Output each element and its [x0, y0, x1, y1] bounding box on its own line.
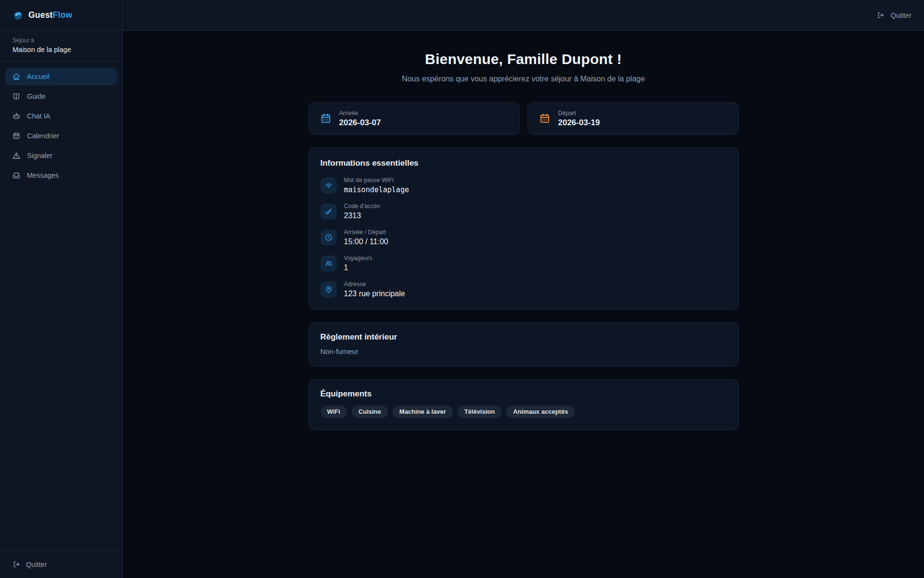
sidebar-item-label: Accueil [27, 73, 50, 80]
info-item-guests: Voyageurs 1 [321, 254, 727, 273]
quit-label: Quitter [26, 561, 47, 568]
arrival-card: Arrivée 2026-03-07 [308, 102, 520, 135]
quit-label: Quitter [890, 12, 911, 19]
topbar: Quitter [123, 0, 924, 31]
departure-card: Départ 2026-03-19 [527, 102, 739, 135]
departure-date: 2026-03-19 [558, 118, 600, 128]
wifi-password-value: maisondelaplage [344, 185, 409, 195]
amenity-chip: Machine à laver [393, 406, 453, 418]
clock-icon [324, 233, 333, 242]
sidebar-item-calendrier[interactable]: Calendrier [5, 127, 117, 144]
sidebar: GuestFlow Séjour à Maison de la plage Ac… [0, 0, 123, 578]
calendar-icon [320, 112, 332, 125]
amenity-chip: WiFi [321, 406, 347, 418]
sidebar-item-signaler[interactable]: Signaler [5, 147, 117, 164]
brand: GuestFlow [0, 0, 122, 31]
stay-label: Séjour à [13, 37, 110, 44]
page-subtitle: Nous espérons que vous apprécierez votre… [308, 73, 739, 85]
calendar-icon [12, 131, 21, 140]
essential-info-card: Informations essentielles Mot de passe W… [308, 147, 739, 310]
main-panel: Quitter Bienvenue, Famille Dupont ! Nous… [123, 0, 924, 578]
sidebar-item-label: Signaler [27, 152, 52, 159]
info-label: Mot de passe WiFi [344, 176, 409, 184]
brand-name-secondary: Flow [53, 10, 73, 20]
book-icon [12, 92, 21, 101]
amenities-title: Équipements [321, 389, 727, 399]
amenities-chips: WiFi Cuisine Machine à laver Télévision … [321, 406, 727, 418]
sidebar-item-label: Messages [27, 171, 59, 179]
inbox-icon [12, 171, 21, 180]
sidebar-item-messages[interactable]: Messages [5, 167, 117, 184]
amenity-chip: Télévision [458, 406, 502, 418]
wave-logo-icon [13, 10, 23, 21]
sidebar-item-label: Chat IA [27, 112, 50, 120]
info-item-access-code: Code d'accès 2313 [321, 202, 727, 221]
users-icon [324, 259, 333, 268]
info-label: Code d'accès [344, 202, 380, 210]
amenity-chip: Cuisine [352, 406, 388, 418]
logout-icon [13, 560, 21, 568]
topbar-quit-button[interactable]: Quitter [877, 11, 911, 19]
access-code-value: 2313 [344, 211, 380, 221]
address-value: 123 rue principale [344, 289, 405, 299]
alert-triangle-icon [12, 151, 21, 160]
info-item-checkin-checkout: Arrivée / Départ 15:00 / 11:00 [321, 228, 727, 247]
main-content: Bienvenue, Famille Dupont ! Nous espéron… [123, 31, 924, 578]
arrival-date: 2026-03-07 [339, 118, 381, 128]
page-title: Bienvenue, Famille Dupont ! [308, 50, 739, 68]
sidebar-nav: Accueil Guide Chat IA Calendrier Signale… [0, 61, 122, 191]
info-label: Adresse [344, 280, 405, 288]
amenities-card: Équipements WiFi Cuisine Machine à laver… [308, 379, 739, 430]
stay-block: Séjour à Maison de la plage [0, 31, 122, 61]
brand-name-primary: Guest [28, 10, 53, 20]
calendar-icon [539, 112, 551, 125]
app-window: GuestFlow Séjour à Maison de la plage Ac… [0, 0, 924, 578]
house-rules-card: Règlement intérieur Non-fumeur [308, 322, 739, 367]
map-pin-icon [324, 285, 333, 294]
sidebar-item-label: Calendrier [27, 132, 59, 140]
guests-value: 1 [344, 263, 372, 273]
sidebar-footer: Quitter [0, 550, 122, 578]
key-icon [324, 207, 333, 216]
info-item-wifi: Mot de passe WiFi maisondelaplage [321, 176, 727, 195]
sidebar-item-accueil[interactable]: Accueil [5, 68, 117, 85]
info-label: Voyageurs [344, 254, 372, 262]
essential-info-list: Mot de passe WiFi maisondelaplage Code d… [321, 176, 727, 299]
home-icon [12, 72, 21, 81]
house-rules-title: Règlement intérieur [321, 332, 727, 342]
amenity-chip: Animaux acceptés [506, 406, 575, 418]
info-item-address: Adresse 123 rue principale [321, 280, 727, 299]
sidebar-item-label: Guide [27, 92, 46, 100]
property-name: Maison de la plage [13, 46, 110, 53]
sidebar-item-chat-ia[interactable]: Chat IA [5, 107, 117, 125]
essential-info-title: Informations essentielles [321, 158, 727, 168]
wifi-icon [324, 181, 333, 190]
dates-row: Arrivée 2026-03-07 Départ 2026-03-19 [308, 102, 739, 135]
robot-icon [12, 112, 21, 120]
departure-label: Départ [558, 110, 600, 117]
logout-icon [877, 11, 885, 19]
sidebar-item-guide[interactable]: Guide [5, 88, 117, 105]
brand-name: GuestFlow [28, 10, 72, 20]
info-label: Arrivée / Départ [344, 228, 388, 236]
arrival-label: Arrivée [339, 110, 381, 117]
sidebar-quit-button[interactable]: Quitter [13, 560, 110, 568]
house-rules-content: Non-fumeur [321, 347, 727, 355]
checkin-checkout-value: 15:00 / 11:00 [344, 237, 388, 247]
